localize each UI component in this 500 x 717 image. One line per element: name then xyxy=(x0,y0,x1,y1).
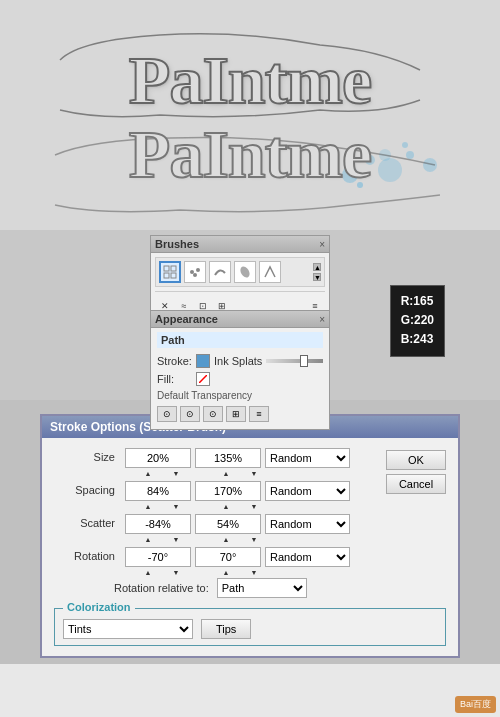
rotation-inputs: Random ▲ ▼ ▲ ▼ xyxy=(125,547,350,576)
app-btn-4[interactable]: ≡ xyxy=(249,406,269,422)
rotation-down-1[interactable]: ▼ xyxy=(171,569,181,576)
appearance-titlebar: Appearance × xyxy=(151,311,329,328)
spacing-down-2[interactable]: ▼ xyxy=(249,503,259,510)
svg-point-3 xyxy=(406,151,414,159)
size-max-input[interactable] xyxy=(195,448,261,468)
brush-icon-0[interactable] xyxy=(159,261,181,283)
panel-scrollbar[interactable]: ▲ ▼ xyxy=(313,263,321,281)
rotation-method-select[interactable]: Random xyxy=(265,547,350,567)
size-min-input[interactable] xyxy=(125,448,191,468)
default-transparency: Default Transparency xyxy=(157,388,323,403)
stroke-options-content: Size Random ▲ xyxy=(42,438,458,656)
spacing-down-1[interactable]: ▼ xyxy=(171,503,181,510)
slider-thumb xyxy=(300,355,308,367)
scatter-arrow-pair-1: ▲ ▼ xyxy=(125,536,199,543)
rotation-arrow-pair-1: ▲ ▼ xyxy=(125,569,199,576)
colorization-select[interactable]: Tints xyxy=(63,619,193,639)
spacing-max-input[interactable] xyxy=(195,481,261,501)
svg-point-12 xyxy=(190,270,194,274)
size-label: Size xyxy=(54,448,119,463)
panels-area: Brushes × xyxy=(0,230,500,400)
scatter-down-1[interactable]: ▼ xyxy=(171,536,181,543)
spacing-up-1[interactable]: ▲ xyxy=(143,503,153,510)
size-down-1[interactable]: ▼ xyxy=(171,470,181,477)
none-indicator xyxy=(199,375,207,383)
svg-rect-10 xyxy=(164,273,169,278)
scatter-down-2[interactable]: ▼ xyxy=(249,536,259,543)
stroke-slider[interactable] xyxy=(266,359,323,363)
rotation-up-2[interactable]: ▲ xyxy=(221,569,231,576)
scatter-row: Scatter Random ▲ xyxy=(54,514,378,543)
size-method-select[interactable]: Random xyxy=(265,448,350,468)
color-b: B:243 xyxy=(401,330,434,349)
appearance-close[interactable]: × xyxy=(319,314,325,325)
rotation-arrow-pair-2: ▲ ▼ xyxy=(203,569,277,576)
brushes-close[interactable]: × xyxy=(319,239,325,250)
scatter-inputs: Random ▲ ▼ ▲ ▼ xyxy=(125,514,350,543)
brush-icon-4[interactable] xyxy=(259,261,281,283)
colorization-group: Colorization Tints Tips xyxy=(54,608,446,646)
app-btn-1[interactable]: ⊙ xyxy=(180,406,200,422)
colorization-row: Tints Tips xyxy=(63,619,437,639)
spacing-arrows: ▲ ▼ ▲ ▼ xyxy=(125,503,350,510)
fill-row: Fill: xyxy=(157,370,323,388)
rotation-arrows: ▲ ▼ ▲ ▼ xyxy=(125,569,350,576)
scatter-method-select[interactable]: Random xyxy=(265,514,350,534)
rotation-relative-select[interactable]: Path xyxy=(217,578,307,598)
scatter-label: Scatter xyxy=(54,514,119,529)
rotation-label: Rotation xyxy=(54,547,119,562)
color-tooltip: R:165 G:220 B:243 xyxy=(390,285,445,357)
size-down-2[interactable]: ▼ xyxy=(249,470,259,477)
app-btn-2[interactable]: ⊙ xyxy=(203,406,223,422)
action-buttons: OK Cancel xyxy=(386,448,446,578)
path-row: Path xyxy=(157,332,323,348)
spacing-method-select[interactable]: Random xyxy=(265,481,350,501)
svg-point-7 xyxy=(402,142,408,148)
app-btn-0[interactable]: ⊙ xyxy=(157,406,177,422)
svg-rect-9 xyxy=(171,266,176,271)
options-main-layout: Size Random ▲ xyxy=(54,448,446,578)
brushes-titlebar: Brushes × xyxy=(151,236,329,253)
appearance-content: Path Stroke: Ink Splats Fill: Default Tr… xyxy=(151,328,329,429)
size-up-2[interactable]: ▲ xyxy=(221,470,231,477)
spacing-min-input[interactable] xyxy=(125,481,191,501)
color-r: R:165 xyxy=(401,292,434,311)
canvas-area: PaIntme PaIntme xyxy=(0,0,500,230)
fill-color-swatch[interactable] xyxy=(196,372,210,386)
app-btn-3[interactable]: ⊞ xyxy=(226,406,246,422)
ok-button[interactable]: OK xyxy=(386,450,446,470)
brushes-title: Brushes xyxy=(155,238,199,250)
appearance-panel: Appearance × Path Stroke: Ink Splats Fil… xyxy=(150,310,330,430)
rotation-min-input[interactable] xyxy=(125,547,191,567)
cancel-button[interactable]: Cancel xyxy=(386,474,446,494)
brush-icon-1[interactable] xyxy=(184,261,206,283)
tips-button[interactable]: Tips xyxy=(201,619,251,639)
scatter-inputs-row: Random xyxy=(125,514,350,534)
spacing-label: Spacing xyxy=(54,481,119,496)
scatter-max-input[interactable] xyxy=(195,514,261,534)
scatter-min-input[interactable] xyxy=(125,514,191,534)
size-up-1[interactable]: ▲ xyxy=(143,470,153,477)
stroke-color-swatch[interactable] xyxy=(196,354,210,368)
spacing-up-2[interactable]: ▲ xyxy=(221,503,231,510)
stroke-options-wrapper: Stroke Options (Scatter Brush) Size Rand… xyxy=(0,400,500,664)
scatter-up-2[interactable]: ▲ xyxy=(221,536,231,543)
paint-me-text-1: PaIntme xyxy=(129,41,371,120)
brush-icon-3[interactable] xyxy=(234,261,256,283)
scatter-up-1[interactable]: ▲ xyxy=(143,536,153,543)
brush-icon-2[interactable] xyxy=(209,261,231,283)
appearance-bottom-row: ⊙ ⊙ ⊙ ⊞ ≡ xyxy=(157,403,323,425)
size-arrow-pair-2: ▲ ▼ xyxy=(203,470,277,477)
rotation-max-input[interactable] xyxy=(195,547,261,567)
spacing-inputs-row: Random xyxy=(125,481,350,501)
color-g: G:220 xyxy=(401,311,434,330)
rotation-relative-row: Rotation relative to: Path xyxy=(54,578,446,598)
rotation-down-2[interactable]: ▼ xyxy=(249,569,259,576)
rotation-row: Rotation Random ▲ xyxy=(54,547,378,576)
scatter-arrows: ▲ ▼ ▲ ▼ xyxy=(125,536,350,543)
stroke-row: Stroke: Ink Splats xyxy=(157,352,323,370)
size-row: Size Random ▲ xyxy=(54,448,378,477)
colorization-legend: Colorization xyxy=(63,601,135,613)
svg-point-13 xyxy=(196,268,200,272)
rotation-up-1[interactable]: ▲ xyxy=(143,569,153,576)
